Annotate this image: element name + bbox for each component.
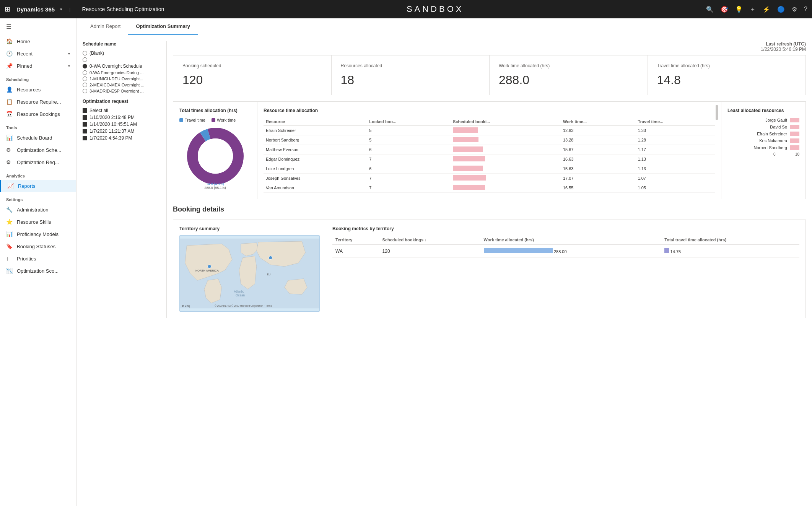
help-icon[interactable]: ? <box>804 6 807 13</box>
sidebar-item-proficiency[interactable]: 📊 Proficiency Models <box>0 228 76 240</box>
cell-resource: Edgar Dominquez <box>264 155 367 164</box>
least-alloc-bar <box>790 145 799 150</box>
bar-work <box>453 137 478 142</box>
target-icon[interactable]: 🎯 <box>721 6 728 13</box>
sidebar-item-resource-skills[interactable]: ⭐ Resource Skills <box>0 216 76 228</box>
booking-details-section: Booking details Territory summary <box>173 205 806 318</box>
checkbox-sq-r2[interactable] <box>83 122 87 127</box>
report-main: Last refresh (UTC) 1/22/2020 5:46:19 PM … <box>173 41 806 318</box>
sidebar-item-optimization-sche[interactable]: ⚙ Optimization Sche... <box>0 144 76 156</box>
filter-item-munich[interactable]: 1-MUNICH-DEU Overnight... <box>83 76 160 82</box>
radio-munich[interactable] <box>83 76 87 81</box>
least-alloc-name: Norbert Sandberg <box>754 145 790 150</box>
legend-work-label: Work time <box>217 118 236 122</box>
filter-item-wa-emerg[interactable]: 0-WA Emergencies During ... <box>83 70 160 76</box>
donut-legend: Travel time Work time <box>179 118 251 122</box>
filter-icon[interactable]: ⚡ <box>763 6 770 13</box>
sidebar-item-label: Reports <box>18 183 36 189</box>
sidebar-item-home[interactable]: 🏠 Home <box>0 35 76 47</box>
svg-text:Atlantic: Atlantic <box>234 290 244 293</box>
cell-resource: Van Amundson <box>264 183 367 193</box>
filter-item-wa-overnight[interactable]: 0-WA Overnight Schedule <box>83 63 160 70</box>
cell-travel: 1.33 <box>636 126 715 135</box>
sidebar-item-label: Booking Statuses <box>17 244 55 249</box>
stat-cards: Booking scheduled 120 Resources allocate… <box>173 55 806 95</box>
travel-bar <box>664 248 669 253</box>
tab-admin-report[interactable]: Admin Report <box>83 18 128 35</box>
app-title-chevron[interactable]: ▾ <box>60 7 62 12</box>
apps-icon[interactable]: ⊞ <box>5 5 10 13</box>
sidebar-item-schedule-board[interactable]: 📊 Schedule Board <box>0 132 76 144</box>
table-row: Luke Lundgren 6 15.63 1.13 <box>264 164 715 174</box>
checkbox-r2[interactable]: 1/14/2020 10:45:51 AM <box>83 121 160 128</box>
filter-item-label: 2-MEXICO-MEX Overnight ... <box>89 83 145 87</box>
filter-item-unnamed[interactable] <box>83 57 160 63</box>
table-row: Van Amundson 7 16.55 1.05 <box>264 183 715 193</box>
sidebar-item-booking-statuses[interactable]: 🔖 Booking Statuses <box>0 240 76 252</box>
checkbox-sq-r4[interactable] <box>83 136 87 140</box>
checkbox-sq-all[interactable] <box>83 108 87 113</box>
search-icon[interactable]: 🔍 <box>706 6 714 13</box>
reports-icon: 📈 <box>7 183 14 189</box>
map-container: Atlantic Ocean NORTH AMERICA EU ⊕ Bi <box>179 235 320 312</box>
filter-item-label: 3-MADRID-ESP Overnight ... <box>89 89 144 93</box>
sidebar-toggle[interactable]: ☰ <box>0 18 76 35</box>
bar-work <box>453 156 485 161</box>
checkbox-r3[interactable]: 1/7/2020 11:21:37 AM <box>83 128 160 135</box>
filter-panel: Schedule name (Blank) 0-WA Overnight <box>83 41 167 318</box>
filter-item-madrid[interactable]: 3-MADRID-ESP Overnight ... <box>83 88 160 94</box>
cell-scheduled-val: 120 <box>379 245 481 258</box>
settings-icon[interactable]: ⚙ <box>792 6 797 13</box>
stat-label-travel: Travel time allocated (hrs) <box>657 63 797 68</box>
sandbox-label: SANDBOX <box>407 4 464 14</box>
sidebar-item-administration[interactable]: 🔧 Administration <box>0 203 76 216</box>
cell-scheduled <box>451 145 561 155</box>
legend-travel-dot <box>179 118 183 122</box>
cell-scheduled <box>451 126 561 135</box>
lightbulb-icon[interactable]: 💡 <box>735 6 743 13</box>
radio-unnamed[interactable] <box>83 57 87 62</box>
radio-wa-overnight[interactable] <box>83 64 87 68</box>
checkbox-label: 1/10/2020 2:16:48 PM <box>89 115 135 120</box>
col-work: Work time... <box>561 118 636 126</box>
filter-item-blank[interactable]: (Blank) <box>83 50 160 57</box>
sidebar-item-recent[interactable]: 🕐 Recent ▾ <box>0 47 76 60</box>
checkbox-r1[interactable]: 1/10/2020 2:16:48 PM <box>83 114 160 121</box>
filter-item-mexico[interactable]: 2-MEXICO-MEX Overnight ... <box>83 82 160 88</box>
sidebar-item-reports[interactable]: 📈 Reports <box>0 180 76 192</box>
checkbox-sq-r3[interactable] <box>83 129 87 133</box>
sidebar-item-optimization-sco[interactable]: 📉 Optimization Sco... <box>0 265 76 277</box>
cell-work: 13.28 <box>561 135 636 145</box>
tab-optimization-summary[interactable]: Optimization Summary <box>128 18 198 35</box>
checkbox-r4[interactable]: 1/7/2020 4:54:39 PM <box>83 135 160 142</box>
least-alloc-item: Jorge Gault <box>727 118 799 122</box>
checkbox-all[interactable]: Select all <box>83 107 160 114</box>
schedule-board-icon: 📊 <box>6 135 13 141</box>
resource-table: Resource Locked boo... Scheduled booki..… <box>264 118 715 193</box>
cell-travel: 1.07 <box>636 174 715 183</box>
sidebar-item-optimization-req[interactable]: ⚙ Optimization Req... <box>0 156 76 168</box>
tools-section: Tools <box>0 120 76 132</box>
radio-wa-emerg[interactable] <box>83 70 87 75</box>
checkbox-sq-r1[interactable] <box>83 115 87 120</box>
sidebar-item-resource-require[interactable]: 📋 Resource Require... <box>0 96 76 108</box>
stat-value-resources: 18 <box>341 73 480 87</box>
least-alloc-item: Efrain Schreiner <box>727 132 799 136</box>
least-alloc-axis: 0 10 <box>727 152 799 156</box>
app-title[interactable]: Dynamics 365 <box>16 6 55 13</box>
cell-scheduled <box>451 164 561 174</box>
sidebar-item-priorities[interactable]: ↕ Priorities <box>0 252 76 265</box>
col-travel: Travel time... <box>636 118 715 126</box>
circle-icon[interactable]: 🔵 <box>777 6 785 13</box>
sidebar-item-resource-bookings[interactable]: 📅 Resource Bookings <box>0 108 76 120</box>
sidebar-item-resources[interactable]: 👤 Resources <box>0 83 76 96</box>
radio-blank[interactable] <box>83 51 87 55</box>
radio-mexico[interactable] <box>83 83 87 87</box>
stat-label-work: Work time allocated (hrs) <box>499 63 638 68</box>
resource-table-panel: Resource time allocation Resource Locked… <box>257 102 721 199</box>
least-alloc-bar <box>790 125 799 129</box>
add-icon[interactable]: ＋ <box>750 5 756 13</box>
opt-req-icon: ⚙ <box>6 159 13 165</box>
sidebar-item-pinned[interactable]: 📌 Pinned ▾ <box>0 60 76 72</box>
radio-madrid[interactable] <box>83 89 87 93</box>
